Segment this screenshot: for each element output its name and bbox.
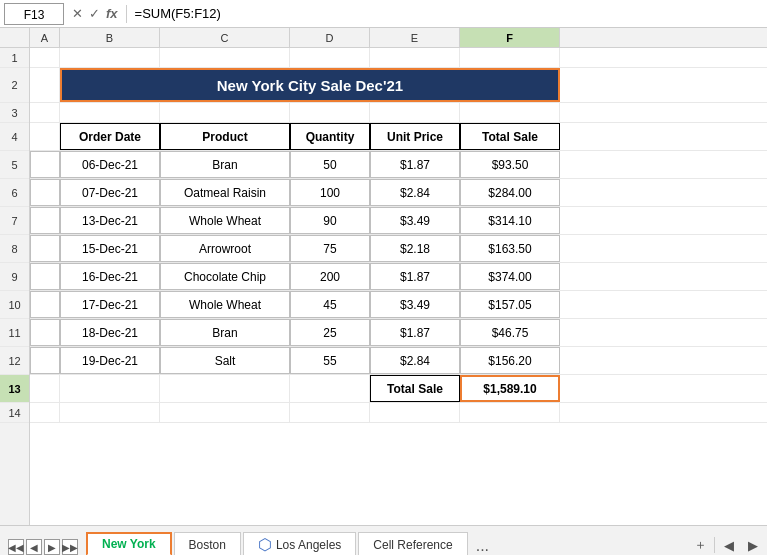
cell-product-12[interactable]: Salt bbox=[160, 347, 290, 374]
header-total-sale[interactable]: Total Sale bbox=[460, 123, 560, 150]
cell-quantity-6[interactable]: 100 bbox=[290, 179, 370, 206]
row-num-13[interactable]: 13 bbox=[0, 375, 29, 403]
cell-d14[interactable] bbox=[290, 403, 370, 422]
tab-last-btn[interactable]: ▶▶ bbox=[62, 539, 78, 555]
tab-add-btn[interactable]: ＋ bbox=[690, 535, 710, 555]
cell-quantity-7[interactable]: 90 bbox=[290, 207, 370, 234]
cell-e14[interactable] bbox=[370, 403, 460, 422]
cell-unit-price-12[interactable]: $2.84 bbox=[370, 347, 460, 374]
row-num-11[interactable]: 11 bbox=[0, 319, 29, 347]
cell-a7[interactable] bbox=[30, 207, 60, 234]
cell-b3[interactable] bbox=[60, 103, 160, 122]
row-num-7[interactable]: 7 bbox=[0, 207, 29, 235]
cell-b13[interactable] bbox=[60, 375, 160, 402]
header-product[interactable]: Product bbox=[160, 123, 290, 150]
cell-order-date-9[interactable]: 16-Dec-21 bbox=[60, 263, 160, 290]
col-header-d[interactable]: D bbox=[290, 28, 370, 47]
row-num-10[interactable]: 10 bbox=[0, 291, 29, 319]
cell-order-date-10[interactable]: 17-Dec-21 bbox=[60, 291, 160, 318]
row-num-4[interactable]: 4 bbox=[0, 123, 29, 151]
cell-product-10[interactable]: Whole Wheat bbox=[160, 291, 290, 318]
cell-a8[interactable] bbox=[30, 235, 60, 262]
cell-c13[interactable] bbox=[160, 375, 290, 402]
row-num-2[interactable]: 2 bbox=[0, 68, 29, 103]
cell-c1[interactable] bbox=[160, 48, 290, 67]
row-num-5[interactable]: 5 bbox=[0, 151, 29, 179]
cell-b2[interactable]: New York City Sale Dec'21 bbox=[60, 68, 160, 102]
cell-a11[interactable] bbox=[30, 319, 60, 346]
cell-product-8[interactable]: Arrowroot bbox=[160, 235, 290, 262]
cell-total-sale-6[interactable]: $284.00 bbox=[460, 179, 560, 206]
cell-a9[interactable] bbox=[30, 263, 60, 290]
cell-f3[interactable] bbox=[460, 103, 560, 122]
row-num-3[interactable]: 3 bbox=[0, 103, 29, 123]
cell-quantity-11[interactable]: 25 bbox=[290, 319, 370, 346]
cell-c14[interactable] bbox=[160, 403, 290, 422]
tab-more-btn[interactable]: ... bbox=[470, 537, 495, 555]
confirm-icon[interactable]: ✓ bbox=[89, 6, 100, 21]
tab-los-angeles[interactable]: ⬡ Los Angeles bbox=[243, 532, 356, 555]
cell-quantity-5[interactable]: 50 bbox=[290, 151, 370, 178]
cell-order-date-12[interactable]: 19-Dec-21 bbox=[60, 347, 160, 374]
cell-unit-price-6[interactable]: $2.84 bbox=[370, 179, 460, 206]
cell-order-date-6[interactable]: 07-Dec-21 bbox=[60, 179, 160, 206]
cell-quantity-9[interactable]: 200 bbox=[290, 263, 370, 290]
cell-d1[interactable] bbox=[290, 48, 370, 67]
tab-next-btn[interactable]: ▶ bbox=[44, 539, 60, 555]
scroll-left-btn[interactable]: ◀ bbox=[719, 535, 739, 555]
cell-quantity-8[interactable]: 75 bbox=[290, 235, 370, 262]
cell-a2[interactable] bbox=[30, 68, 60, 102]
cell-a1[interactable] bbox=[30, 48, 60, 67]
cell-total-sale-10[interactable]: $157.05 bbox=[460, 291, 560, 318]
cell-unit-price-9[interactable]: $1.87 bbox=[370, 263, 460, 290]
cell-product-6[interactable]: Oatmeal Raisin bbox=[160, 179, 290, 206]
cell-a6[interactable] bbox=[30, 179, 60, 206]
tab-new-york[interactable]: New York bbox=[86, 532, 172, 555]
cell-a14[interactable] bbox=[30, 403, 60, 422]
cell-quantity-12[interactable]: 55 bbox=[290, 347, 370, 374]
cell-product-9[interactable]: Chocolate Chip bbox=[160, 263, 290, 290]
row-num-8[interactable]: 8 bbox=[0, 235, 29, 263]
tab-first-btn[interactable]: ◀◀ bbox=[8, 539, 24, 555]
scroll-right-btn[interactable]: ▶ bbox=[743, 535, 763, 555]
col-header-b[interactable]: B bbox=[60, 28, 160, 47]
cell-order-date-8[interactable]: 15-Dec-21 bbox=[60, 235, 160, 262]
tab-boston[interactable]: Boston bbox=[174, 532, 241, 555]
row-num-1[interactable]: 1 bbox=[0, 48, 29, 68]
cell-quantity-10[interactable]: 45 bbox=[290, 291, 370, 318]
cell-d3[interactable] bbox=[290, 103, 370, 122]
cell-d13[interactable] bbox=[290, 375, 370, 402]
row-num-9[interactable]: 9 bbox=[0, 263, 29, 291]
cell-total-sale-7[interactable]: $314.10 bbox=[460, 207, 560, 234]
cell-unit-price-8[interactable]: $2.18 bbox=[370, 235, 460, 262]
cell-total-sale-9[interactable]: $374.00 bbox=[460, 263, 560, 290]
cell-order-date-11[interactable]: 18-Dec-21 bbox=[60, 319, 160, 346]
cell-e3[interactable] bbox=[370, 103, 460, 122]
cell-order-date-7[interactable]: 13-Dec-21 bbox=[60, 207, 160, 234]
col-header-e[interactable]: E bbox=[370, 28, 460, 47]
cell-total-sale-5[interactable]: $93.50 bbox=[460, 151, 560, 178]
cancel-icon[interactable]: ✕ bbox=[72, 6, 83, 21]
cell-f14[interactable] bbox=[460, 403, 560, 422]
cell-unit-price-7[interactable]: $3.49 bbox=[370, 207, 460, 234]
cell-total-sale-12[interactable]: $156.20 bbox=[460, 347, 560, 374]
tab-prev-btn[interactable]: ◀ bbox=[26, 539, 42, 555]
cell-a10[interactable] bbox=[30, 291, 60, 318]
cell-e1[interactable] bbox=[370, 48, 460, 67]
col-header-c[interactable]: C bbox=[160, 28, 290, 47]
cell-total-sale-11[interactable]: $46.75 bbox=[460, 319, 560, 346]
row-num-12[interactable]: 12 bbox=[0, 347, 29, 375]
cell-total-sale-8[interactable]: $163.50 bbox=[460, 235, 560, 262]
cell-product-11[interactable]: Bran bbox=[160, 319, 290, 346]
cell-order-date-5[interactable]: 06-Dec-21 bbox=[60, 151, 160, 178]
cell-a13[interactable] bbox=[30, 375, 60, 402]
cell-f1[interactable] bbox=[460, 48, 560, 67]
header-unit-price[interactable]: Unit Price bbox=[370, 123, 460, 150]
cell-c3[interactable] bbox=[160, 103, 290, 122]
col-header-f[interactable]: F bbox=[460, 28, 560, 47]
col-header-a[interactable]: A bbox=[30, 28, 60, 47]
header-quantity[interactable]: Quantity bbox=[290, 123, 370, 150]
cell-b1[interactable] bbox=[60, 48, 160, 67]
insert-function-icon[interactable]: fx bbox=[106, 6, 118, 21]
header-order-date[interactable]: Order Date bbox=[60, 123, 160, 150]
